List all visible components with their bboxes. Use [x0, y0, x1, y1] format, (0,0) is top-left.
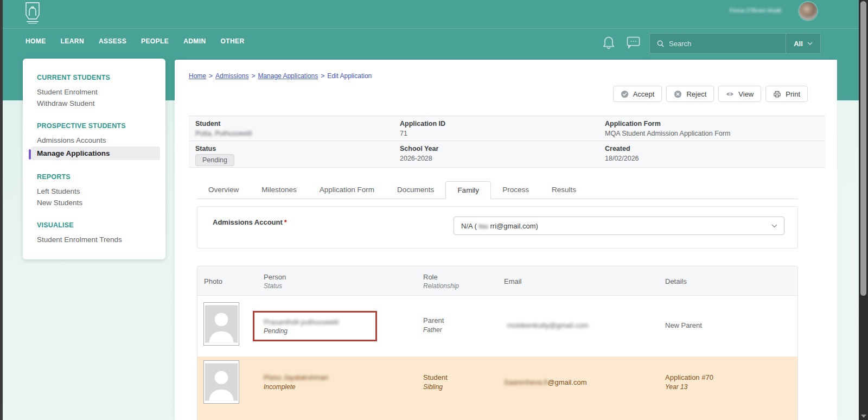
- accept-button[interactable]: Accept: [613, 86, 662, 102]
- tab-family[interactable]: Family: [445, 181, 491, 199]
- tab-milestones[interactable]: Milestones: [250, 181, 308, 199]
- sidebar-item-student-enrolment[interactable]: Student Enrolment: [37, 86, 158, 98]
- family-row-sibling[interactable]: Plasu Jayalakshman Incomplete Student Si…: [197, 357, 797, 420]
- sidebar-item-student-enrolment-trends[interactable]: Student Enrolment Trends: [37, 234, 158, 245]
- family-row-parent[interactable]: Prasanthdil puthusseetil Pending Parent …: [197, 296, 797, 357]
- email-visible: @gmail.com: [547, 378, 586, 386]
- application-summary: Student Putta, Puthusseetil Application …: [189, 116, 825, 168]
- summary-school-year: School Year 2026-2028: [400, 145, 438, 162]
- breadcrumb-admissions[interactable]: Admissions: [215, 72, 248, 80]
- application-form-label: Application Form: [605, 120, 730, 128]
- admissions-account-label-text: Admissions Account: [213, 218, 283, 226]
- eye-icon: [726, 90, 734, 98]
- x-circle-icon: [674, 90, 682, 98]
- breadcrumb: Home > Admissions > Manage Applications …: [189, 72, 372, 80]
- nav-item-assess[interactable]: ASSESS: [99, 37, 126, 45]
- role-cell: Student Sibling: [423, 373, 448, 391]
- nav-item-home[interactable]: HOME: [25, 37, 46, 45]
- view-button[interactable]: View: [718, 86, 761, 102]
- accept-label: Accept: [633, 90, 655, 98]
- admissions-account-select[interactable]: N/A ( lou rri@gmail.com): [454, 217, 784, 235]
- tab-results[interactable]: Results: [540, 181, 588, 199]
- search-bar: All: [649, 33, 821, 54]
- col-role-relationship: Role Relationship: [423, 273, 459, 290]
- details-cell: New Parent: [665, 321, 702, 329]
- review-highlight-box: Prasanthdil puthusseetil Pending: [253, 311, 377, 341]
- user-avatar[interactable]: [799, 2, 817, 20]
- person-silhouette-icon: [205, 362, 238, 402]
- summary-student: Student Putta, Puthusseetil: [195, 120, 252, 137]
- breadcrumb-separator: >: [209, 72, 213, 80]
- col-person-status: Person Status: [264, 273, 286, 290]
- chat-messages-icon[interactable]: [624, 35, 642, 50]
- sidebar-item-withdraw-student[interactable]: Withdraw Student: [37, 98, 158, 109]
- person-cell: Plasu Jayalakshman Incomplete: [264, 373, 328, 391]
- summary-application-form: Application Form MQA Student Admission A…: [605, 120, 730, 137]
- nav-item-learn[interactable]: LEARN: [61, 37, 84, 45]
- student-label: Student: [195, 120, 252, 128]
- sidebar-section-heading: PROSPECTIVE STUDENTS: [37, 122, 158, 130]
- family-table-header: Photo Person Status Role Relationship Em…: [197, 266, 797, 296]
- breadcrumb-separator: >: [321, 72, 324, 80]
- print-button[interactable]: Print: [765, 86, 808, 102]
- breadcrumb-home[interactable]: Home: [189, 72, 206, 80]
- person-name: Plasu Jayalakshman: [264, 373, 328, 381]
- tab-process[interactable]: Process: [491, 181, 540, 199]
- tab-overview[interactable]: Overview: [197, 181, 250, 199]
- school-year-value: 2026-2028: [400, 155, 438, 162]
- details-sub-value: Year 13: [665, 383, 713, 391]
- sidebar-item-admissions-accounts[interactable]: Admissions Accounts: [37, 135, 158, 146]
- sidebar-section-current-students: CURRENT STUDENTS Student Enrolment Withd…: [37, 74, 158, 109]
- email-cell: moideenkutty@gmail.com: [507, 321, 589, 329]
- sidebar-section-prospective-students: PROSPECTIVE STUDENTS Admissions Accounts…: [37, 122, 158, 160]
- sidebar-item-manage-applications[interactable]: Manage Applications: [31, 147, 160, 160]
- tab-application-form[interactable]: Application Form: [308, 181, 386, 199]
- search-scope-dropdown[interactable]: All: [786, 34, 820, 53]
- person-photo-placeholder: [203, 302, 239, 346]
- search-input[interactable]: [669, 40, 779, 48]
- scrollbar-track: [859, 0, 868, 420]
- scrollbar-down-arrow[interactable]: [861, 415, 866, 418]
- person-status: Pending: [264, 327, 375, 335]
- details-value: New Parent: [665, 321, 702, 329]
- person-status: Incomplete: [264, 383, 328, 391]
- check-circle-icon: [621, 90, 629, 98]
- application-id-label: Application ID: [400, 120, 445, 128]
- main-nav: HOME LEARN ASSESS PEOPLE ADMIN OTHER: [25, 28, 244, 54]
- details-value: Application #70: [665, 373, 713, 381]
- email-redacted: Saarenheva.fi: [504, 378, 547, 386]
- account-value-prefix: N/A (: [461, 222, 477, 230]
- summary-status: Status Pending: [195, 145, 234, 166]
- relationship-value: Father: [423, 326, 444, 334]
- chevron-down-icon: [771, 224, 777, 228]
- notification-bell-icon[interactable]: [601, 35, 616, 50]
- role-value: Student: [423, 373, 448, 381]
- scrollbar-thumb[interactable]: [860, 1, 866, 296]
- col-details: Details: [665, 277, 687, 285]
- account-value-suffix: rri@gmail.com): [490, 222, 538, 230]
- breadcrumb-manage-applications[interactable]: Manage Applications: [258, 72, 318, 80]
- nav-item-people[interactable]: PEOPLE: [141, 37, 169, 45]
- sidebar-item-new-students[interactable]: New Students: [37, 197, 158, 208]
- col-photo: Photo: [204, 277, 222, 285]
- col-email: Email: [504, 277, 522, 285]
- tab-documents[interactable]: Documents: [386, 181, 445, 199]
- window-left-edge: [0, 0, 3, 420]
- reject-label: Reject: [686, 90, 706, 98]
- created-value: 18/02/2026: [605, 155, 639, 162]
- relationship-value: Sibling: [423, 383, 448, 391]
- reject-button[interactable]: Reject: [666, 86, 714, 102]
- nav-item-admin[interactable]: ADMIN: [183, 37, 206, 45]
- nav-item-other[interactable]: OTHER: [220, 37, 244, 45]
- role-value: Parent: [423, 316, 444, 324]
- print-label: Print: [786, 90, 800, 98]
- school-logo[interactable]: [23, 2, 42, 25]
- sidebar: CURRENT STUDENTS Student Enrolment Withd…: [23, 59, 165, 259]
- application-tabs: Overview Milestones Application Form Doc…: [197, 181, 798, 199]
- sidebar-section-heading: VISUALISE: [37, 221, 158, 229]
- role-cell: Parent Father: [423, 316, 444, 334]
- sidebar-item-left-students[interactable]: Left Students: [37, 186, 158, 197]
- details-cell: Application #70 Year 13: [665, 373, 713, 391]
- sidebar-section-heading: REPORTS: [37, 173, 158, 181]
- application-id-value: 71: [400, 130, 445, 137]
